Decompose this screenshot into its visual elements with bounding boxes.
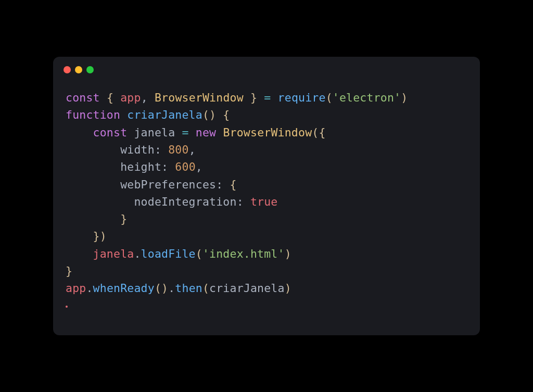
parens: () <box>155 282 168 295</box>
code-line: } <box>66 212 127 225</box>
boolean-literal: true <box>250 195 278 208</box>
brace: { <box>223 108 230 121</box>
brace: } <box>66 264 72 277</box>
colon: : <box>237 195 244 208</box>
paren: ( <box>202 282 209 295</box>
function-call: require <box>278 91 326 104</box>
code-line: function criarJanela() { <box>66 108 230 121</box>
comma: , <box>189 143 196 156</box>
colon: : <box>155 143 161 156</box>
property: width <box>120 143 155 156</box>
code-line: nodeIntegration: true <box>66 195 278 208</box>
parens: () <box>202 108 216 121</box>
code-line: } <box>66 264 72 277</box>
class-name: BrowserWindow <box>223 126 312 139</box>
method-call: then <box>175 282 202 295</box>
close-paren-brace: }) <box>93 230 107 243</box>
code-window: const { app, BrowserWindow } = require('… <box>53 57 480 335</box>
code-line: janela.loadFile('index.html') <box>66 247 291 260</box>
code-line: height: 600, <box>66 160 202 173</box>
paren: ) <box>285 247 291 260</box>
keyword-const: const <box>93 126 128 139</box>
paren: ) <box>285 282 291 295</box>
titlebar <box>53 57 480 73</box>
code-line: webPreferences: { <box>66 178 237 191</box>
keyword-new: new <box>196 126 216 139</box>
property: webPreferences <box>120 178 216 191</box>
identifier: app <box>120 91 141 104</box>
method-call: whenReady <box>93 282 155 295</box>
brace: { <box>107 91 113 104</box>
number-literal: 600 <box>175 160 195 173</box>
number-literal: 800 <box>168 143 188 156</box>
string-literal: 'index.html' <box>202 247 285 260</box>
indent <box>66 247 93 260</box>
method-call: loadFile <box>141 247 196 260</box>
identifier: BrowserWindow <box>155 91 244 104</box>
cursor-icon <box>66 306 68 308</box>
code-line: const { app, BrowserWindow } = require('… <box>66 91 408 104</box>
brace: } <box>120 212 127 225</box>
maximize-icon[interactable] <box>86 66 94 73</box>
code-line: width: 800, <box>66 143 196 156</box>
identifier: janela <box>134 126 175 139</box>
keyword-function: function <box>66 108 120 121</box>
property: nodeIntegration <box>134 195 236 208</box>
indent <box>66 212 120 225</box>
paren-brace: ({ <box>312 126 325 139</box>
operator: = <box>182 126 189 139</box>
close-icon[interactable] <box>64 66 71 73</box>
brace: { <box>230 178 237 191</box>
identifier: criarJanela <box>209 282 285 295</box>
indent <box>66 230 93 243</box>
comma: , <box>196 160 202 173</box>
identifier: app <box>66 282 86 295</box>
keyword-const: const <box>66 91 100 104</box>
dot: . <box>168 282 175 295</box>
code-line: }) <box>66 230 107 243</box>
operator: = <box>264 91 271 104</box>
indent <box>66 143 120 156</box>
dot: . <box>86 282 93 295</box>
indent <box>66 178 120 191</box>
indent <box>66 160 120 173</box>
code-line: const janela = new BrowserWindow({ <box>66 126 326 139</box>
minimize-icon[interactable] <box>75 66 82 73</box>
function-name: criarJanela <box>127 108 202 121</box>
string-literal: 'electron' <box>333 91 401 104</box>
code-line: app.whenReady().then(criarJanela) <box>66 282 291 295</box>
dot: . <box>134 247 141 260</box>
brace: } <box>250 91 257 104</box>
code-line <box>66 299 68 312</box>
property: height <box>120 160 161 173</box>
colon: : <box>161 160 168 173</box>
colon: : <box>216 178 223 191</box>
paren: ( <box>326 91 333 104</box>
paren: ) <box>401 91 408 104</box>
indent <box>66 195 134 208</box>
code-editor[interactable]: const { app, BrowserWindow } = require('… <box>53 73 480 335</box>
identifier: janela <box>93 247 134 260</box>
paren: ( <box>196 247 202 260</box>
indent <box>66 126 93 139</box>
comma: , <box>141 91 148 104</box>
